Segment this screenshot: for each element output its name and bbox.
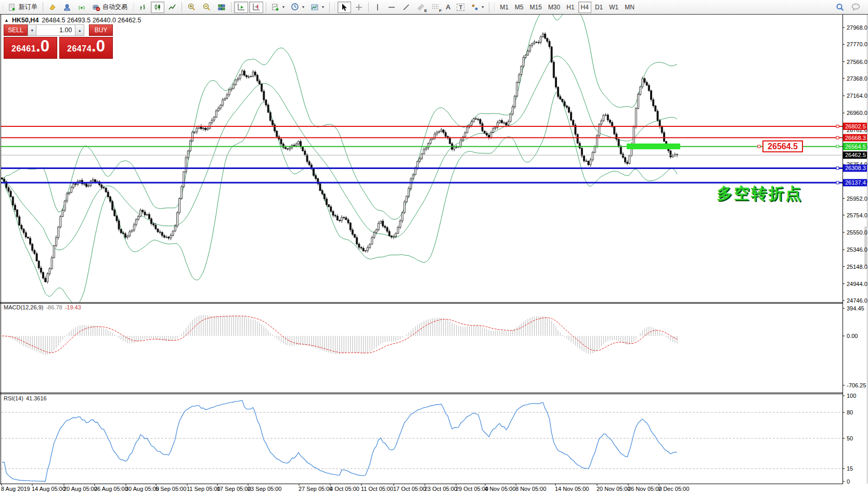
svg-text:50: 50	[847, 435, 853, 441]
chart-canvas[interactable]: 27968.027770.027566.027368.027164.026960…	[0, 0, 868, 494]
tf-h4-button[interactable]: H4	[578, 2, 591, 13]
svg-text:27368.0: 27368.0	[847, 75, 867, 82]
sell-price-main: 26461	[11, 44, 36, 54]
macd-pane	[2, 315, 677, 355]
line-chart-button[interactable]	[165, 2, 179, 13]
horizontal-line-button[interactable]	[385, 2, 398, 13]
fibonacci-f-glyph: F	[439, 8, 442, 13]
tf-m1-button[interactable]: M1	[497, 2, 511, 13]
bar-chart-icon	[139, 3, 147, 11]
svg-text:26802.5: 26802.5	[845, 123, 866, 129]
svg-text:26137.4: 26137.4	[845, 179, 866, 186]
rsi-label: RSI(14) 41.3616	[4, 395, 47, 401]
search-button[interactable]	[833, 2, 847, 13]
highlight-bar[interactable]	[627, 144, 680, 149]
autotrading-button[interactable]: 自动交易	[89, 2, 130, 13]
one-click-trading-panel: SELL ▾ ▴ BUY 26461 .0 26474 .0	[4, 24, 113, 59]
tf-w1-button[interactable]: W1	[606, 2, 621, 13]
symbols-icon	[48, 3, 57, 11]
text-button[interactable]: A	[443, 2, 453, 13]
svg-text:5 Sep 05:00: 5 Sep 05:00	[156, 486, 186, 492]
svg-text:20 Nov 05:00: 20 Nov 05:00	[597, 486, 630, 492]
tf-m5-button[interactable]: M5	[512, 2, 526, 13]
channel-e-glyph: E	[424, 8, 427, 13]
svg-text:394.45: 394.45	[847, 305, 864, 311]
horizontal-line-icon	[387, 3, 396, 11]
main-toolbar: 新订单 自动交易	[0, 0, 868, 15]
tf-d1-button[interactable]: D1	[592, 2, 605, 13]
price-callout-label[interactable]: 26564.5	[762, 140, 803, 152]
vertical-line-icon	[374, 3, 381, 11]
svg-text:11 Oct 05:00: 11 Oct 05:00	[361, 486, 393, 492]
sell-button[interactable]: SELL	[4, 24, 28, 36]
svg-text:25346.0: 25346.0	[847, 246, 867, 253]
tf-m15-button[interactable]: M15	[527, 2, 545, 13]
macd-name: MACD(12,26,9)	[4, 304, 43, 310]
rsi-name: RSI(14)	[4, 395, 23, 401]
svg-text:80: 80	[847, 409, 853, 415]
chat-button[interactable]	[848, 2, 863, 13]
volume-input[interactable]	[36, 24, 75, 36]
tf-m30-button[interactable]: M30	[546, 2, 563, 13]
clock-icon	[291, 3, 300, 11]
macd-label: MACD(12,26,9) -86.78 -19.43	[4, 304, 81, 310]
bar-chart-button[interactable]	[136, 2, 150, 13]
tf-mn-button[interactable]: MN	[622, 2, 637, 13]
templates-button[interactable]: ▾	[308, 2, 327, 13]
chart-annotation-text[interactable]: 多空转折点	[717, 183, 802, 204]
sell-price-frac: .0	[36, 38, 49, 54]
svg-text:24746.0: 24746.0	[847, 297, 867, 304]
candlestick-chart-button[interactable]	[151, 2, 164, 13]
equidistant-channel-button[interactable]: E	[414, 2, 427, 13]
line-chart-icon	[168, 3, 176, 11]
separator	[43, 2, 43, 12]
time-axis[interactable]: 8 Aug 201914 Aug 05:0020 Aug 05:0026 Aug…	[1, 484, 689, 492]
signals-button[interactable]	[75, 2, 88, 13]
cursor-button[interactable]	[338, 2, 351, 13]
chart-shift-button[interactable]	[249, 2, 263, 13]
crosshair-button[interactable]	[352, 2, 366, 13]
label-t-icon: T	[457, 4, 464, 11]
fibonacci-button[interactable]: F	[429, 2, 442, 13]
chat-icon	[851, 3, 861, 11]
tf-h1-button[interactable]: H1	[564, 2, 577, 13]
price-axis[interactable]: 27968.027770.027566.027368.027164.026960…	[843, 24, 867, 485]
separator	[266, 2, 266, 12]
data-window-button[interactable]	[60, 2, 74, 13]
buy-price-frac: .0	[92, 38, 105, 54]
candlesticks	[2, 32, 678, 284]
rsi-value: 41.3616	[26, 395, 47, 401]
collapse-panel-icon[interactable]: ▲	[4, 18, 9, 23]
buy-price-box[interactable]: 26474 .0	[59, 37, 113, 59]
toolbar-grip	[2, 3, 4, 12]
svg-text:100: 100	[847, 393, 856, 399]
symbols-button[interactable]	[46, 2, 59, 13]
tile-windows-button[interactable]	[215, 2, 228, 13]
trendline-button[interactable]	[399, 2, 413, 13]
indicators-button[interactable]: ▾	[269, 2, 287, 13]
periods-button[interactable]: ▾	[288, 2, 307, 13]
autotrading-icon	[92, 3, 100, 11]
volume-increase-button[interactable]: ▴	[75, 24, 84, 36]
arrows-button[interactable]: ▾	[468, 2, 486, 13]
new-order-button[interactable]: 新订单	[6, 2, 40, 13]
macd-value-signal: -19.43	[65, 304, 81, 310]
sell-price-box[interactable]: 26461 .0	[4, 37, 57, 59]
candlestick-chart-icon	[153, 3, 162, 11]
zoom-in-button[interactable]	[185, 2, 199, 13]
vertical-line-button[interactable]	[371, 2, 384, 13]
ohlc-values: 26484.5 26493.5 26440.0 26462.5	[42, 17, 141, 24]
search-icon	[835, 3, 845, 12]
symbol-timeframe: HK50,H4	[12, 17, 38, 24]
chart-title: ▲ HK50,H4 26484.5 26493.5 26440.0 26462.…	[4, 17, 141, 24]
svg-text:25550.0: 25550.0	[847, 229, 867, 236]
zoom-out-button[interactable]	[200, 2, 214, 13]
volume-decrease-button[interactable]: ▾	[28, 24, 37, 36]
separator	[182, 2, 182, 12]
svg-text:25754.0: 25754.0	[847, 212, 867, 218]
toolbar-grip	[493, 3, 495, 12]
text-label-button[interactable]: T	[454, 2, 467, 13]
buy-button[interactable]: BUY	[89, 24, 113, 36]
auto-scroll-button[interactable]	[234, 2, 248, 13]
crosshair-icon	[355, 3, 363, 11]
